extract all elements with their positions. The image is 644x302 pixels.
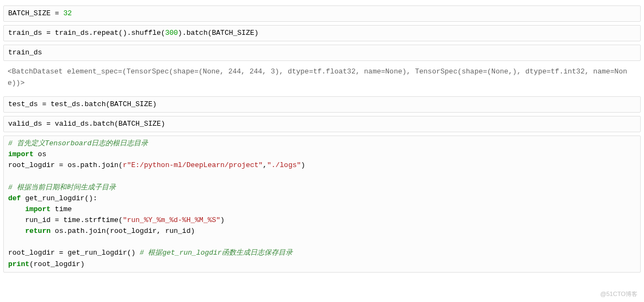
code-text: = (42, 29, 54, 37)
code-string: "./logs" (267, 161, 301, 169)
output-cell-3: <BatchDataset element_spec=(TensorSpec(s… (3, 64, 641, 90)
code-text: train_ds (8, 29, 42, 37)
code-cell-3: train_ds (3, 45, 641, 61)
code-keyword: return (25, 227, 51, 235)
output-text: <BatchDataset element_spec=(TensorSpec(s… (8, 67, 627, 87)
code-keyword: import (8, 150, 34, 158)
code-text: valid_ds (8, 120, 42, 128)
code-text: ) (220, 216, 225, 224)
code-string: r"E:/python-ml/DeepLearn/project" (123, 161, 263, 169)
code-text: test_ds (8, 100, 38, 108)
code-text: root_logdir = get_run_logdir() (8, 249, 140, 257)
code-text: test_ds.batch(BATCH_SIZE) (51, 100, 157, 108)
code-text: os.path.join(root_logdir, run_id) (51, 227, 195, 235)
code-text: BATCH_SIZE (8, 9, 51, 17)
code-comment: # 根据get_run_logdir函数生成日志保存目录 (140, 249, 293, 257)
code-cell-5: valid_ds = valid_ds.batch(BATCH_SIZE) (3, 116, 641, 132)
code-text: ).batch(BATCH_SIZE) (178, 29, 258, 37)
code-text: get_run_logdir(): (21, 194, 97, 202)
code-text: os (34, 150, 46, 158)
code-text: , (263, 161, 267, 169)
code-text: train_ds.repeat().shuffle( (55, 29, 165, 37)
code-text: valid_ds.batch(BATCH_SIZE) (55, 120, 165, 128)
code-cell-4: test_ds = test_ds.batch(BATCH_SIZE) (3, 96, 641, 113)
code-number: 32 (63, 9, 72, 17)
code-keyword: def (8, 194, 21, 202)
code-text: (root_logdir) (29, 260, 84, 268)
code-indent (8, 205, 25, 213)
code-cell-2: train_ds = train_ds.repeat().shuffle(300… (3, 25, 641, 41)
code-text: run_id = time.strftime( (8, 216, 123, 224)
code-cell-1: BATCH_SIZE = 32 (3, 5, 641, 22)
code-text: = (38, 100, 51, 108)
code-text: time (51, 205, 72, 213)
code-text: train_ds (8, 48, 42, 57)
code-comment: # 首先定义Tensorboard日志的根日志目录 (8, 139, 148, 147)
code-keyword: print (8, 260, 29, 268)
code-text: = (51, 9, 63, 17)
code-text: root_logdir = os.path.join( (8, 161, 123, 169)
code-text: ) (301, 161, 305, 169)
code-number: 300 (165, 29, 178, 37)
code-keyword: import (25, 205, 51, 213)
code-indent (8, 227, 25, 235)
code-text: = (42, 120, 54, 128)
code-cell-6: # 首先定义Tensorboard日志的根日志目录 import os root… (3, 135, 641, 273)
code-comment: # 根据当前日期和时间生成子目录 (8, 183, 116, 192)
code-string: "run_%Y_%m_%d-%H_%M_%S" (123, 216, 220, 224)
